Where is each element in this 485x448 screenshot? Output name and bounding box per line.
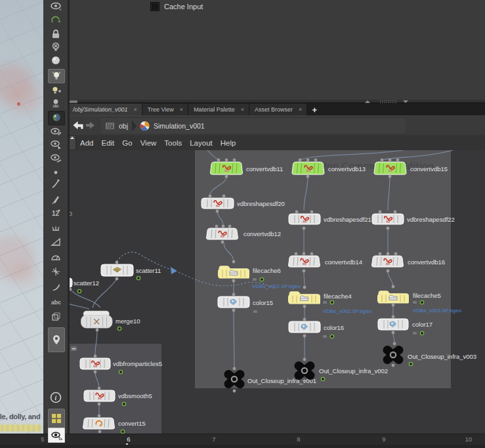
menu-item[interactable]: Tools	[160, 139, 186, 147]
frame-tick[interactable]: 7	[212, 436, 215, 443]
cache-input-checkbox[interactable]	[150, 2, 159, 11]
input-connector[interactable]	[381, 159, 384, 162]
breadcrumb-node[interactable]: Simulation_v001	[154, 122, 205, 130]
input-connector[interactable]	[392, 316, 395, 319]
output-connector[interactable]	[303, 270, 306, 273]
output-connector[interactable]	[116, 277, 119, 281]
small-backdrop[interactable]	[68, 344, 161, 434]
snap-pin-icon[interactable]	[48, 327, 65, 352]
display-flag-badge[interactable]	[122, 402, 125, 405]
path-field[interactable]: obj Simulation_v001	[100, 117, 406, 134]
viewport-layout-icon[interactable]	[48, 409, 65, 428]
input-connector[interactable]	[303, 286, 306, 289]
input-connector[interactable]	[392, 285, 395, 289]
output-connector[interactable]	[392, 364, 395, 367]
input-connector[interactable]	[387, 253, 390, 256]
pane-tab[interactable]: Asset Browser ×	[249, 104, 307, 115]
menu-item[interactable]: Help	[217, 139, 240, 147]
output-connector[interactable]	[221, 241, 224, 244]
display-flag-badge[interactable]	[420, 300, 423, 304]
menu-item[interactable]: Layout	[186, 139, 217, 147]
display-flag-badge[interactable]	[420, 331, 423, 335]
tab-close-icon[interactable]: ×	[241, 107, 244, 113]
playbar-ruler[interactable]: 5678910	[0, 434, 485, 448]
output-connector[interactable]	[392, 331, 395, 335]
breadcrumb-context[interactable]: obj	[119, 122, 128, 130]
input-connector[interactable]	[394, 253, 398, 256]
protractor-icon[interactable]	[48, 251, 64, 264]
frame-tick[interactable]: 6	[127, 436, 130, 443]
pane-tab[interactable]: Tree View ×	[142, 104, 188, 115]
input-connector[interactable]	[116, 261, 119, 264]
output-connector[interactable]	[96, 329, 99, 332]
output-connector[interactable]	[94, 371, 97, 374]
info-icon[interactable]: i	[48, 391, 64, 404]
input-connector[interactable]	[393, 342, 396, 346]
input-connector[interactable]	[303, 358, 306, 361]
frame-tick[interactable]: 5	[41, 436, 44, 443]
shade-icon[interactable]	[48, 14, 64, 27]
back-button[interactable]	[72, 120, 85, 131]
display-flag-badge[interactable]	[260, 277, 263, 281]
input-connector[interactable]	[314, 159, 318, 162]
frame-tick[interactable]: 9	[382, 436, 385, 443]
knife-icon[interactable]	[48, 281, 64, 294]
visualize-cursor-icon[interactable]	[48, 138, 64, 152]
input-connector[interactable]	[217, 159, 221, 162]
output-connector[interactable]	[392, 304, 395, 307]
splitter-up-icon[interactable]	[365, 100, 370, 103]
display-flag-badge[interactable]	[119, 370, 122, 373]
network-node-scatter12[interactable]: scatter12	[68, 278, 99, 293]
input-connector[interactable]	[394, 211, 397, 214]
pane-tab[interactable]: Material Palette ×	[188, 104, 249, 115]
point-numbers-icon[interactable]: 12	[48, 207, 64, 220]
visualize-wand-icon[interactable]	[48, 152, 64, 165]
display-flag-badge[interactable]	[77, 289, 81, 293]
new-tab-button[interactable]: +	[307, 104, 322, 115]
output-connector[interactable]	[306, 175, 310, 178]
input-connector[interactable]	[389, 159, 392, 162]
cube-icon[interactable]	[48, 310, 64, 323]
output-connector[interactable]	[98, 403, 101, 406]
pen-icon[interactable]	[48, 193, 64, 206]
output-connector[interactable]	[232, 309, 236, 312]
input-connector[interactable]	[94, 355, 97, 358]
output-connector[interactable]	[98, 430, 102, 434]
pane-tab[interactable]: /obj/Simulation_v001 ×	[68, 104, 142, 115]
display-flag-badge[interactable]	[330, 300, 333, 304]
network-node-scatter11[interactable]: scatter11	[101, 261, 161, 281]
input-connector[interactable]	[310, 253, 314, 256]
input-connector[interactable]	[209, 195, 212, 198]
headlight-icon[interactable]	[48, 69, 65, 83]
output-connector[interactable]	[303, 227, 306, 230]
network-node-merge10[interactable]: merge10	[81, 311, 140, 331]
input-connector[interactable]	[233, 159, 236, 162]
input-connector[interactable]	[232, 293, 236, 296]
input-connector[interactable]	[303, 318, 306, 321]
needle-icon[interactable]	[48, 178, 64, 191]
output-connector[interactable]	[303, 305, 306, 308]
input-connector[interactable]	[303, 253, 306, 256]
input-connector[interactable]	[295, 253, 298, 256]
input-connector[interactable]	[379, 211, 382, 214]
display-flag-badge[interactable]	[409, 362, 412, 365]
output-connector[interactable]	[233, 390, 236, 393]
input-connector[interactable]	[215, 225, 219, 228]
light-off-icon[interactable]	[48, 41, 64, 54]
input-connector[interactable]	[98, 387, 101, 390]
input-connector[interactable]	[299, 159, 302, 162]
scene-viewport[interactable]: ale, dolly, and	[0, 0, 43, 434]
input-connector[interactable]	[306, 159, 310, 162]
display-flag-badge[interactable]	[330, 335, 333, 338]
output-connector[interactable]	[387, 270, 390, 273]
visualize-pen-icon[interactable]	[48, 125, 64, 138]
output-connector[interactable]	[216, 210, 219, 213]
input-connector[interactable]	[310, 211, 314, 214]
input-connector[interactable]	[98, 415, 101, 418]
display-flag-badge[interactable]	[137, 276, 140, 279]
normals-icon[interactable]	[48, 221, 64, 234]
axes-icon[interactable]	[48, 265, 64, 278]
input-connector[interactable]	[232, 260, 236, 264]
add-light-icon[interactable]	[48, 84, 64, 97]
output-connector[interactable]	[303, 380, 306, 383]
